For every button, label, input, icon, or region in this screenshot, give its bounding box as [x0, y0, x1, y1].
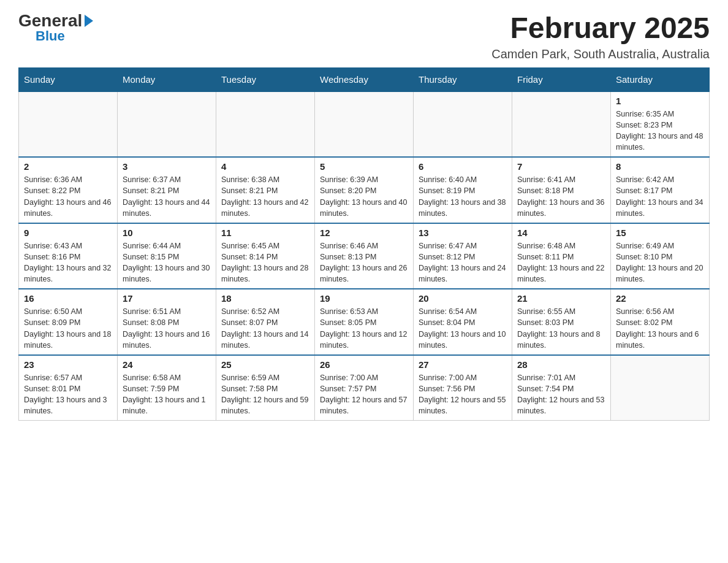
table-row — [118, 91, 216, 158]
calendar-body: 1Sunrise: 6:35 AM Sunset: 8:23 PM Daylig… — [19, 91, 710, 421]
day-number: 14 — [517, 228, 605, 238]
table-row: 13Sunrise: 6:47 AM Sunset: 8:12 PM Dayli… — [414, 223, 512, 289]
day-info: Sunrise: 6:59 AM Sunset: 7:58 PM Dayligh… — [221, 372, 309, 417]
day-number: 22 — [616, 293, 704, 304]
calendar-subtitle: Camden Park, South Australia, Australia — [491, 47, 710, 61]
table-row — [512, 91, 611, 158]
logo-arrow — [85, 15, 93, 27]
day-info: Sunrise: 6:51 AM Sunset: 8:08 PM Dayligh… — [123, 306, 211, 351]
logo-blue-text: Blue — [36, 29, 65, 43]
day-number: 20 — [419, 293, 507, 304]
day-info: Sunrise: 6:41 AM Sunset: 8:18 PM Dayligh… — [517, 174, 605, 219]
day-info: Sunrise: 6:49 AM Sunset: 8:10 PM Dayligh… — [616, 240, 704, 285]
table-row: 2Sunrise: 6:36 AM Sunset: 8:22 PM Daylig… — [19, 157, 118, 223]
day-info: Sunrise: 6:44 AM Sunset: 8:15 PM Dayligh… — [123, 240, 211, 285]
day-info: Sunrise: 6:55 AM Sunset: 8:03 PM Dayligh… — [517, 306, 605, 351]
table-row: 15Sunrise: 6:49 AM Sunset: 8:10 PM Dayli… — [611, 223, 710, 289]
day-info: Sunrise: 6:38 AM Sunset: 8:21 PM Dayligh… — [221, 174, 309, 219]
header-monday: Monday — [118, 67, 216, 91]
day-info: Sunrise: 6:43 AM Sunset: 8:16 PM Dayligh… — [24, 240, 112, 285]
calendar-week-row: 1Sunrise: 6:35 AM Sunset: 8:23 PM Daylig… — [19, 91, 710, 158]
calendar-header: Sunday Monday Tuesday Wednesday Thursday… — [19, 67, 710, 91]
table-row: 6Sunrise: 6:40 AM Sunset: 8:19 PM Daylig… — [414, 157, 512, 223]
header-friday: Friday — [512, 67, 611, 91]
day-info: Sunrise: 6:36 AM Sunset: 8:22 PM Dayligh… — [24, 174, 112, 219]
day-info: Sunrise: 6:53 AM Sunset: 8:05 PM Dayligh… — [320, 306, 408, 351]
table-row — [315, 91, 414, 158]
table-row: 3Sunrise: 6:37 AM Sunset: 8:21 PM Daylig… — [118, 157, 216, 223]
header-saturday: Saturday — [611, 67, 710, 91]
day-number: 15 — [616, 228, 704, 238]
calendar-week-row: 16Sunrise: 6:50 AM Sunset: 8:09 PM Dayli… — [19, 289, 710, 355]
table-row: 28Sunrise: 7:01 AM Sunset: 7:54 PM Dayli… — [512, 355, 611, 421]
day-number: 13 — [419, 228, 507, 238]
day-info: Sunrise: 6:54 AM Sunset: 8:04 PM Dayligh… — [419, 306, 507, 351]
header-tuesday: Tuesday — [216, 67, 315, 91]
day-number: 3 — [123, 161, 211, 172]
table-row: 7Sunrise: 6:41 AM Sunset: 8:18 PM Daylig… — [512, 157, 611, 223]
day-number: 9 — [24, 228, 112, 238]
table-row: 5Sunrise: 6:39 AM Sunset: 8:20 PM Daylig… — [315, 157, 414, 223]
logo: General Blue — [18, 12, 93, 43]
table-row: 14Sunrise: 6:48 AM Sunset: 8:11 PM Dayli… — [512, 223, 611, 289]
day-number: 25 — [221, 359, 309, 370]
day-info: Sunrise: 6:37 AM Sunset: 8:21 PM Dayligh… — [123, 174, 211, 219]
day-number: 24 — [123, 359, 211, 370]
day-number: 4 — [221, 161, 309, 172]
table-row: 27Sunrise: 7:00 AM Sunset: 7:56 PM Dayli… — [414, 355, 512, 421]
day-number: 27 — [419, 359, 507, 370]
calendar-week-row: 9Sunrise: 6:43 AM Sunset: 8:16 PM Daylig… — [19, 223, 710, 289]
table-row: 26Sunrise: 7:00 AM Sunset: 7:57 PM Dayli… — [315, 355, 414, 421]
table-row: 21Sunrise: 6:55 AM Sunset: 8:03 PM Dayli… — [512, 289, 611, 355]
day-info: Sunrise: 6:57 AM Sunset: 8:01 PM Dayligh… — [24, 372, 112, 417]
day-number: 10 — [123, 228, 211, 238]
day-number: 21 — [517, 293, 605, 304]
calendar-title: February 2025 — [491, 12, 710, 45]
table-row: 4Sunrise: 6:38 AM Sunset: 8:21 PM Daylig… — [216, 157, 315, 223]
day-number: 6 — [419, 161, 507, 172]
header-wednesday: Wednesday — [315, 67, 414, 91]
day-info: Sunrise: 6:52 AM Sunset: 8:07 PM Dayligh… — [221, 306, 309, 351]
day-info: Sunrise: 6:47 AM Sunset: 8:12 PM Dayligh… — [419, 240, 507, 285]
table-row: 11Sunrise: 6:45 AM Sunset: 8:14 PM Dayli… — [216, 223, 315, 289]
table-row — [414, 91, 512, 158]
day-info: Sunrise: 7:01 AM Sunset: 7:54 PM Dayligh… — [517, 372, 605, 417]
table-row: 18Sunrise: 6:52 AM Sunset: 8:07 PM Dayli… — [216, 289, 315, 355]
day-info: Sunrise: 6:40 AM Sunset: 8:19 PM Dayligh… — [419, 174, 507, 219]
day-info: Sunrise: 7:00 AM Sunset: 7:57 PM Dayligh… — [320, 372, 408, 417]
title-area: February 2025 Camden Park, South Austral… — [491, 12, 710, 61]
table-row: 16Sunrise: 6:50 AM Sunset: 8:09 PM Dayli… — [19, 289, 118, 355]
weekday-header-row: Sunday Monday Tuesday Wednesday Thursday… — [19, 67, 710, 91]
day-number: 28 — [517, 359, 605, 370]
table-row: 10Sunrise: 6:44 AM Sunset: 8:15 PM Dayli… — [118, 223, 216, 289]
day-info: Sunrise: 6:50 AM Sunset: 8:09 PM Dayligh… — [24, 306, 112, 351]
table-row: 22Sunrise: 6:56 AM Sunset: 8:02 PM Dayli… — [611, 289, 710, 355]
header: General Blue February 2025 Camden Park, … — [18, 12, 710, 61]
calendar-week-row: 23Sunrise: 6:57 AM Sunset: 8:01 PM Dayli… — [19, 355, 710, 421]
table-row: 20Sunrise: 6:54 AM Sunset: 8:04 PM Dayli… — [414, 289, 512, 355]
day-number: 19 — [320, 293, 408, 304]
header-sunday: Sunday — [19, 67, 118, 91]
day-info: Sunrise: 6:42 AM Sunset: 8:17 PM Dayligh… — [616, 174, 704, 219]
table-row: 9Sunrise: 6:43 AM Sunset: 8:16 PM Daylig… — [19, 223, 118, 289]
day-number: 1 — [616, 96, 704, 106]
day-number: 12 — [320, 228, 408, 238]
day-number: 5 — [320, 161, 408, 172]
table-row: 12Sunrise: 6:46 AM Sunset: 8:13 PM Dayli… — [315, 223, 414, 289]
table-row: 8Sunrise: 6:42 AM Sunset: 8:17 PM Daylig… — [611, 157, 710, 223]
day-info: Sunrise: 6:46 AM Sunset: 8:13 PM Dayligh… — [320, 240, 408, 285]
day-number: 26 — [320, 359, 408, 370]
table-row — [19, 91, 118, 158]
day-number: 11 — [221, 228, 309, 238]
table-row: 17Sunrise: 6:51 AM Sunset: 8:08 PM Dayli… — [118, 289, 216, 355]
day-number: 2 — [24, 161, 112, 172]
logo-general-text: General — [18, 12, 93, 29]
day-number: 8 — [616, 161, 704, 172]
day-info: Sunrise: 6:56 AM Sunset: 8:02 PM Dayligh… — [616, 306, 704, 351]
day-number: 18 — [221, 293, 309, 304]
table-row: 24Sunrise: 6:58 AM Sunset: 7:59 PM Dayli… — [118, 355, 216, 421]
table-row: 19Sunrise: 6:53 AM Sunset: 8:05 PM Dayli… — [315, 289, 414, 355]
day-number: 16 — [24, 293, 112, 304]
day-info: Sunrise: 6:58 AM Sunset: 7:59 PM Dayligh… — [123, 372, 211, 417]
day-info: Sunrise: 6:35 AM Sunset: 8:23 PM Dayligh… — [616, 109, 704, 153]
